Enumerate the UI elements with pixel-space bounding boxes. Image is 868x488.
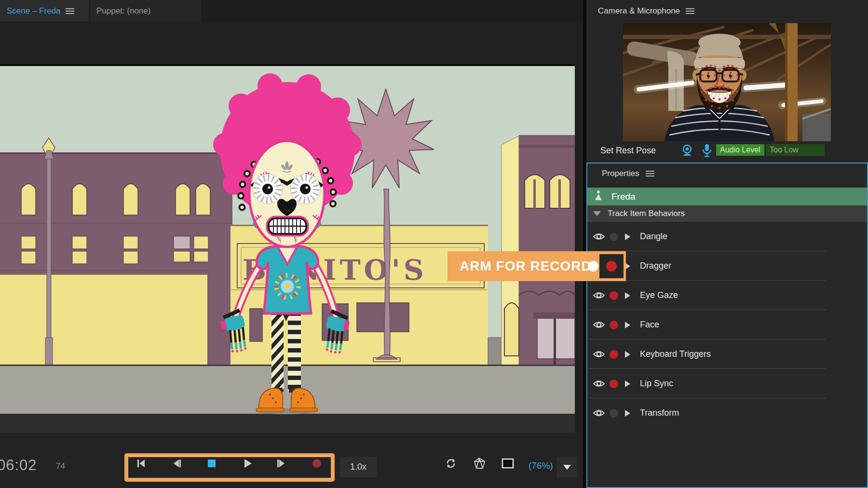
zoom-dropdown-button[interactable] [557, 457, 577, 477]
visibility-eye-icon[interactable] [593, 232, 605, 243]
puppet-icon [594, 190, 603, 203]
refresh-icon[interactable] [443, 455, 459, 472]
panel-menu-icon[interactable] [66, 7, 74, 15]
behavior-row-face[interactable]: Face [587, 310, 867, 339]
arm-for-record-dot[interactable] [610, 350, 618, 359]
chevron-down-icon [593, 211, 601, 216]
tab-puppet-label: Puppet: (none) [96, 6, 150, 16]
tab-scene-freda[interactable]: Scene – Freda [0, 0, 89, 22]
tab-scene-label: Scene – Freda [7, 6, 61, 16]
expand-arrow-icon[interactable] [625, 380, 630, 387]
track-item-behaviors-section[interactable]: Track Item Behaviors [587, 205, 867, 222]
camera-panel-title: Camera & Microphone [598, 6, 680, 16]
expand-arrow-icon[interactable] [625, 292, 630, 299]
behavior-row-transform[interactable]: Transform [587, 398, 867, 428]
behavior-label: Face [640, 320, 659, 330]
visibility-eye-icon[interactable] [593, 291, 605, 301]
panel-divider[interactable] [583, 0, 586, 488]
scene-viewport[interactable]: BENITO'S [0, 64, 575, 433]
freda-mouth [267, 217, 308, 235]
behavior-row-eye-gaze[interactable]: Eye Gaze [587, 281, 867, 310]
frame-count: 74 [56, 461, 65, 471]
panel-menu-icon[interactable] [686, 7, 694, 15]
highlighted-eye-dot [588, 261, 598, 271]
webcam-feed [623, 23, 831, 141]
tab-puppet[interactable]: Puppet: (none) [90, 0, 201, 22]
scene-tab-bar: Scene – Freda Puppet: (none) [0, 0, 583, 22]
arm-for-record-dot[interactable] [610, 232, 618, 241]
timecode: 06:02 [0, 457, 37, 474]
camera-microphone-panel: Camera & Microphone [586, 0, 868, 163]
set-rest-pose-button[interactable]: Set Rest Pose [600, 146, 656, 156]
selected-puppet-name: Freda [611, 191, 636, 202]
freda-right-leg [288, 312, 301, 392]
arm-for-record-dot[interactable] [610, 321, 618, 329]
sidewalk [0, 366, 575, 414]
purple-building [0, 152, 232, 367]
chevron-down-icon [563, 465, 571, 470]
snapshot-icon[interactable] [500, 455, 516, 472]
behavior-label: Keyboard Triggers [640, 349, 711, 359]
webcam-toggle-icon[interactable] [681, 144, 693, 159]
arm-for-record-dot[interactable] [610, 291, 618, 300]
street-utility-box [488, 338, 501, 366]
audio-level-label: Audio Level [716, 144, 764, 156]
freda-left-leg [271, 312, 284, 392]
behavior-label: Transform [640, 408, 679, 418]
playback-speed-button[interactable]: 1.0x [340, 457, 377, 477]
arm-for-record-dot[interactable] [610, 409, 618, 418]
arm-for-record-label: ARM FOR RECORD [460, 258, 592, 274]
behavior-label: Lip Sync [640, 379, 673, 389]
selected-puppet-row[interactable]: Freda [587, 188, 867, 205]
behavior-label: Dangle [640, 231, 667, 242]
section-title: Track Item Behaviors [608, 209, 685, 218]
behavior-label: Dragger [640, 261, 671, 271]
expand-arrow-icon[interactable] [625, 233, 630, 240]
behavior-label: Eye Gaze [640, 290, 678, 300]
camera-controls-row: Set Rest Pose Audio Level Too Low [586, 141, 868, 163]
street [0, 414, 575, 433]
expand-arrow-icon[interactable] [625, 351, 630, 358]
behavior-row-dragger[interactable]: Dragger [587, 251, 867, 281]
arm-for-record-dot[interactable] [610, 380, 618, 388]
transport-highlight-outline [124, 453, 335, 482]
properties-title: Properties [602, 169, 639, 178]
behavior-row-keyboard-triggers[interactable]: Keyboard Triggers [587, 339, 867, 369]
scene-panel: Scene – Freda Puppet: (none) [0, 0, 583, 488]
armed-record-dot[interactable] [606, 261, 617, 271]
panel-menu-icon[interactable] [646, 169, 654, 178]
expand-arrow-icon[interactable] [625, 410, 630, 417]
visibility-eye-icon[interactable] [593, 409, 605, 419]
scene-artwork: BENITO'S [0, 64, 575, 433]
mesh-view-icon[interactable] [472, 455, 488, 472]
visibility-eye-icon[interactable] [593, 350, 605, 360]
character-animator-app: Scene – Freda Puppet: (none) [0, 0, 868, 488]
expand-arrow-icon[interactable] [625, 322, 630, 328]
zoom-level[interactable]: (76%) [529, 461, 553, 471]
arm-for-record-highlight-square [599, 254, 624, 278]
microphone-toggle-icon[interactable] [702, 144, 712, 159]
audio-level-status: Too Low [766, 144, 825, 156]
behavior-list: Dangle Dragger Eye Gaze Face [587, 222, 867, 428]
properties-panel: Properties Freda Track Item Behaviors Da… [586, 163, 868, 488]
behavior-row-lip-sync[interactable]: Lip Sync [587, 369, 867, 398]
visibility-eye-icon[interactable] [593, 380, 605, 390]
visibility-eye-icon[interactable] [593, 321, 605, 331]
arm-for-record-callout: ARM FOR RECORD [448, 251, 626, 281]
behavior-row-dangle[interactable]: Dangle [587, 222, 867, 251]
